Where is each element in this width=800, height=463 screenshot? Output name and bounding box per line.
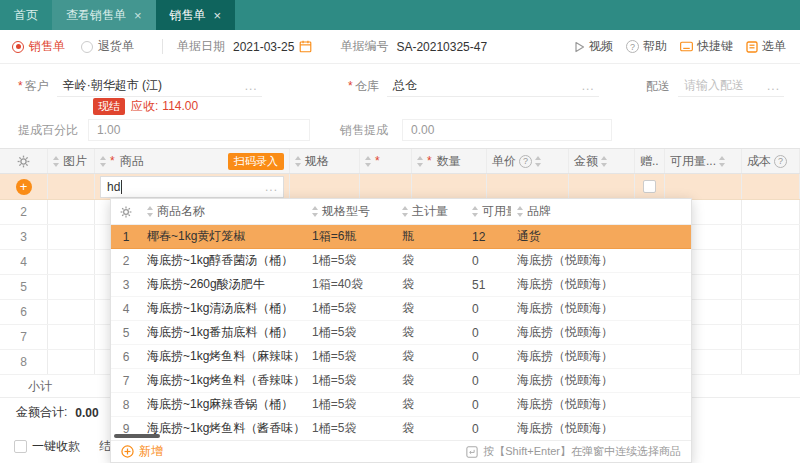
sort-icon[interactable] (365, 156, 372, 167)
video-link[interactable]: 视频 (573, 38, 613, 55)
option-brand: 海底捞（悦颐海） (511, 345, 691, 368)
sort-icon[interactable] (417, 156, 424, 167)
sort-icon[interactable] (295, 156, 302, 167)
col-image[interactable]: 图片 (48, 149, 95, 173)
close-icon[interactable]: × (134, 9, 142, 22)
picker-footer: 新增 按【Shift+Enter】在弹窗中连续选择商品 (111, 440, 691, 462)
option-spec: 1桶=5袋 (306, 345, 396, 368)
picker-col-available[interactable]: 可用量 (466, 199, 511, 224)
sort-icon[interactable] (535, 156, 542, 167)
product-option-row[interactable]: 4 海底捞~1kg清汤底料（桶） 1桶=5袋 袋 0 海底捞（悦颐海） (111, 297, 691, 321)
hotkeys-link[interactable]: 快捷键 (680, 38, 733, 55)
required-mark: * (18, 79, 23, 93)
col-product[interactable]: * 商品 扫码录入 (95, 149, 290, 173)
sort-icon[interactable] (719, 156, 726, 167)
option-available: 0 (466, 369, 511, 392)
receivable-label: 应收: (131, 98, 158, 115)
add-product-button[interactable]: 新增 (121, 443, 163, 460)
help-link[interactable]: ? 帮助 (626, 38, 667, 55)
required-mark: * (348, 79, 353, 93)
col-spec[interactable]: 规格 (290, 149, 360, 173)
col-cost[interactable]: 成本 ? (742, 149, 800, 173)
customer-field[interactable]: 辛岭·朝华超市 (江) ... (57, 75, 262, 97)
commission-pct-field: 1.00 (88, 118, 310, 142)
option-brand: 海底捞（悦颐海） (511, 393, 691, 416)
text-caret (121, 180, 122, 194)
option-number: 5 (111, 321, 141, 344)
sort-icon[interactable] (517, 206, 524, 217)
gear-icon (17, 155, 30, 168)
tab-view-sales-order[interactable]: 查看销售单 × (52, 0, 156, 30)
image-cell (48, 174, 95, 199)
sort-icon[interactable] (472, 206, 479, 217)
col-amount[interactable]: 金额 (569, 149, 635, 173)
warehouse-field[interactable]: 总仓 ... (387, 75, 599, 97)
quick-receipt-checkbox[interactable] (14, 440, 27, 453)
tab-sales-order-active[interactable]: 销售单 × (156, 0, 236, 30)
picker-hint: 按【Shift+Enter】在弹窗中连续选择商品 (466, 444, 681, 459)
hscrollbar-thumb[interactable] (114, 434, 160, 438)
picker-col-spec[interactable]: 规格型号 (306, 199, 396, 224)
row-number: 6 (0, 300, 48, 324)
sort-icon[interactable] (402, 206, 409, 217)
gift-checkbox[interactable] (643, 180, 656, 193)
sort-icon[interactable] (100, 156, 107, 167)
option-unit: 袋 (396, 273, 466, 296)
top-tab-bar: 首页 查看销售单 × 销售单 × (0, 0, 800, 30)
sort-icon[interactable] (53, 156, 60, 167)
col-price[interactable]: 单价 ? (487, 149, 569, 173)
scan-entry-badge[interactable]: 扫码录入 (228, 153, 284, 170)
picker-col-settings[interactable] (111, 199, 141, 224)
radio-selected-icon (12, 41, 24, 53)
sort-icon[interactable] (312, 206, 319, 217)
more-icon[interactable]: ... (582, 79, 595, 93)
menu-link[interactable]: 选单 (746, 38, 786, 55)
product-option-row[interactable]: 7 海底捞~1kg烤鱼料（香辣味） 1桶=5袋 袋 0 海底捞（悦颐海） (111, 369, 691, 393)
product-option-row[interactable]: 1 椰春~1kg黄灯笼椒 1箱=6瓶 瓶 12 通货 (111, 225, 691, 249)
row-number: 7 (0, 325, 48, 349)
calendar-icon[interactable] (299, 40, 312, 53)
product-option-row[interactable]: 8 海底捞~1kg麻辣香锅（桶） 1桶=5袋 袋 0 海底捞（悦颐海） (111, 393, 691, 417)
warehouse-value: 总仓 (393, 77, 417, 94)
commission-pct-input[interactable]: 1.00 (88, 119, 310, 141)
delivery-input[interactable]: 请输入配送 ... (678, 75, 784, 97)
product-option-row[interactable]: 2 海底捞~1kg醇香菌汤（桶） 1桶=5袋 袋 0 海底捞（悦颐海） (111, 249, 691, 273)
picker-col-name[interactable]: 商品名称 (141, 199, 306, 224)
radio-unselected-icon (81, 41, 93, 53)
option-spec: 1桶=5袋 (306, 321, 396, 344)
date-value[interactable]: 2021-03-25 (233, 40, 294, 54)
tab-active-label: 销售单 (170, 7, 206, 24)
option-brand: 通货 (511, 225, 691, 248)
picker-col-brand[interactable]: 品牌 (511, 199, 691, 224)
option-number: 1 (111, 225, 141, 248)
table-header-row: 图片 * 商品 扫码录入 规格 * * 数量 单价 (0, 148, 800, 174)
col-available[interactable]: 可用量... (665, 149, 742, 173)
product-search-text: hd (107, 180, 120, 194)
close-icon[interactable]: × (214, 9, 222, 22)
picker-col-unit[interactable]: 主计量 (396, 199, 466, 224)
sales-commission-input[interactable]: 0.00 (402, 119, 612, 141)
product-search-input[interactable]: hd ... (100, 176, 284, 198)
doc-type-radio-return[interactable]: 退货单 (81, 38, 134, 55)
product-option-row[interactable]: 9 海底捞~1kg烤鱼料（酱香味） 1桶=5袋 袋 0 海底捞（悦颐海） (111, 417, 691, 440)
tab-home[interactable]: 首页 (0, 0, 52, 30)
col-unit[interactable]: * (360, 149, 412, 173)
sort-icon[interactable] (601, 156, 608, 167)
doc-type-radio-sales[interactable]: 销售单 (12, 38, 65, 55)
option-name: 海底捞~1kg烤鱼料（香辣味） (141, 369, 306, 392)
sort-icon[interactable] (147, 206, 154, 217)
col-qty[interactable]: * 数量 (412, 149, 487, 173)
product-option-row[interactable]: 6 海底捞~1kg烤鱼料（麻辣味） 1桶=5袋 袋 0 海底捞（悦颐海） (111, 345, 691, 369)
product-option-row[interactable]: 5 海底捞~1kg番茄底料（桶） 1桶=5袋 袋 0 海底捞（悦颐海） (111, 321, 691, 345)
picker-option-list: 1 椰春~1kg黄灯笼椒 1箱=6瓶 瓶 12 通货 2 海底捞~1kg醇香菌汤… (111, 225, 691, 440)
more-icon[interactable]: ... (265, 180, 278, 194)
option-unit: 袋 (396, 297, 466, 320)
row-number: 4 (0, 250, 48, 274)
more-icon[interactable]: ... (767, 79, 780, 93)
col-settings[interactable] (0, 149, 48, 173)
col-gift[interactable]: 赠.. (635, 149, 665, 173)
more-icon[interactable]: ... (245, 79, 258, 93)
doc-type-return-label: 退货单 (98, 38, 134, 55)
product-option-row[interactable]: 3 海底捞~260g酸汤肥牛 1箱=40袋 袋 51 海底捞（悦颐海） (111, 273, 691, 297)
add-row-button[interactable]: + (16, 179, 32, 195)
